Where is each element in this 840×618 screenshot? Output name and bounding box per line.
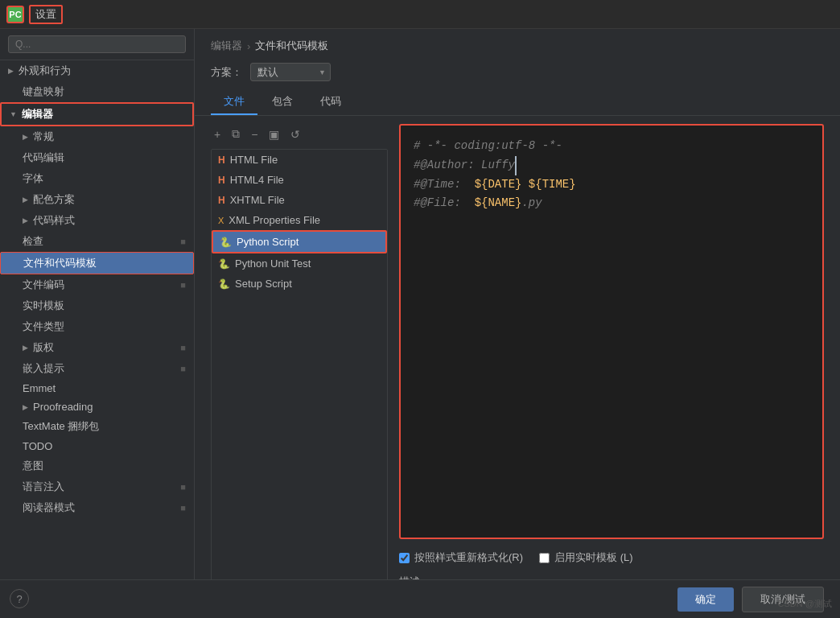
expand-icon: ▶ (23, 403, 28, 411)
file-toolbar: + ⧉ − ▣ ↺ (211, 124, 388, 144)
file-list: H HTML File H HTML4 File H XHTML File (211, 149, 388, 610)
sidebar-item-label: 配色方案 (33, 192, 75, 207)
code-preview[interactable]: # -*- coding:utf-8 -*- #@Author: Luffy| … (399, 124, 824, 539)
file-item-label: Python Unit Test (235, 258, 311, 270)
expand-icon: ▼ (10, 110, 17, 118)
expand-icon: ▶ (8, 67, 14, 75)
sidebar-item-label: 代码编辑 (23, 150, 64, 165)
sidebar-item-intentions[interactable]: 意图 (0, 455, 194, 476)
sidebar-item-appearance[interactable]: ▶ 外观和行为 (0, 60, 194, 81)
app-logo: PC (6, 6, 24, 23)
sidebar-indicator: ■ (180, 364, 186, 373)
reformat-option[interactable]: 按照样式重新格式化(R) (399, 550, 523, 565)
expand-icon: ▶ (23, 344, 28, 352)
sidebar-item-code-style[interactable]: ▶ 代码样式 (0, 210, 194, 231)
sidebar-item-todo[interactable]: TODO (0, 437, 194, 455)
breadcrumb-current: 文件和代码模板 (255, 39, 328, 53)
sidebar-item-file-templates[interactable]: 文件和代码模板 (0, 252, 194, 274)
add-template-button[interactable]: + (211, 126, 224, 142)
bottom-bar: 确定 取消/测试 (0, 579, 840, 618)
file-item-xhtml[interactable]: H XHTML File (212, 190, 387, 210)
reformat-checkbox[interactable] (399, 553, 410, 563)
live-templates-checkbox[interactable] (539, 553, 550, 563)
file-item-label: HTML File (230, 154, 278, 166)
title-bar-title: 设置 (29, 5, 63, 24)
sidebar-item-editor[interactable]: ▼ 编辑器 (0, 102, 194, 126)
code-token: ${NAME} (475, 196, 522, 209)
live-templates-option[interactable]: 启用实时模板 (L) (539, 550, 633, 565)
sidebar-item-inlay-hints[interactable]: 嵌入提示 ■ (0, 358, 194, 379)
sidebar-search-input[interactable] (8, 35, 186, 53)
reset-template-button[interactable]: ↺ (287, 126, 303, 142)
sidebar-item-label: 常规 (33, 130, 54, 144)
xhtml-file-icon: H (218, 195, 225, 206)
sidebar-item-keymap[interactable]: 键盘映射 (0, 81, 194, 102)
sidebar-item-label: 版权 (33, 340, 54, 355)
expand-icon: ▶ (23, 133, 28, 141)
tab-code[interactable]: 代码 (307, 89, 354, 115)
file-item-label: Python Script (237, 236, 299, 248)
sidebar-item-label: 嵌入提示 (23, 361, 64, 376)
code-line-3: #@Time: ${DATE} ${TIME} (414, 175, 809, 195)
code-token: # -*- coding:utf-8 -*- (414, 139, 562, 152)
expand-icon: ▶ (23, 196, 28, 204)
code-line-2: #@Author: Luffy| (414, 156, 809, 175)
sidebar-indicator: ■ (180, 237, 186, 246)
sidebar-item-label: Emmet (23, 382, 56, 394)
sidebar-indicator: ■ (180, 482, 186, 492)
sidebar-item-lang-inject[interactable]: 语言注入 ■ (0, 476, 194, 497)
sidebar-item-reader-mode[interactable]: 阅读器模式 ■ (0, 497, 194, 518)
sidebar-item-label: Proofreading (33, 401, 93, 413)
sidebar-item-general[interactable]: ▶ 常规 (0, 126, 194, 147)
content-area: 编辑器 › 文件和代码模板 方案： 默认 项目 文件 包含 代码 (195, 29, 840, 618)
html4-file-icon: H (218, 175, 225, 186)
sidebar-item-inspections[interactable]: 检查 ■ (0, 231, 194, 252)
sidebar-item-copyright[interactable]: ▶ 版权 ■ (0, 337, 194, 358)
tab-includes[interactable]: 包含 (259, 89, 306, 115)
rename-template-button[interactable]: ▣ (266, 126, 282, 142)
sidebar-item-textmate[interactable]: TextMate 捆绑包 (0, 416, 194, 437)
tab-files[interactable]: 文件 (211, 89, 257, 115)
file-item-html[interactable]: H HTML File (212, 150, 387, 170)
sidebar-item-label: TODO (23, 440, 52, 452)
file-item-label: Setup Script (235, 278, 292, 290)
breadcrumb: 编辑器 › 文件和代码模板 (195, 29, 840, 60)
remove-template-button[interactable]: − (248, 126, 261, 142)
file-item-html4[interactable]: H HTML4 File (212, 170, 387, 190)
file-item-python-unit[interactable]: 🐍 Python Unit Test (212, 253, 387, 274)
sidebar-item-label: 代码样式 (33, 213, 75, 228)
sidebar-indicator: ■ (180, 343, 186, 352)
code-token: #@Time: (414, 178, 475, 191)
sidebar-indicator: ■ (180, 280, 186, 290)
tabs-row: 文件 包含 代码 (195, 89, 840, 116)
py-file-icon: 🐍 (220, 237, 232, 248)
sidebar-item-file-types[interactable]: 文件类型 (0, 316, 194, 337)
setup-file-icon: 🐍 (218, 278, 230, 290)
sidebar-item-label: TextMate 捆绑包 (23, 419, 99, 434)
code-line-1: # -*- coding:utf-8 -*- (414, 137, 809, 156)
sidebar-item-label: 编辑器 (22, 107, 53, 122)
scheme-select-wrap: 默认 项目 (250, 63, 331, 81)
sidebar-item-color-scheme[interactable]: ▶ 配色方案 (0, 189, 194, 210)
sidebar-item-emmet[interactable]: Emmet (0, 379, 194, 398)
sidebar-item-label: 键盘映射 (23, 84, 64, 99)
scheme-select[interactable]: 默认 项目 (250, 63, 331, 81)
confirm-button[interactable]: 确定 (677, 587, 734, 612)
copy-template-button[interactable]: ⧉ (229, 126, 243, 142)
breadcrumb-parent: 编辑器 (211, 39, 242, 53)
code-panel: # -*- coding:utf-8 -*- #@Author: Luffy| … (399, 124, 824, 610)
sidebar-item-proofreading[interactable]: ▶ Proofreading (0, 398, 194, 416)
file-item-label: XHTML File (230, 194, 285, 206)
sidebar-item-label: 文件类型 (23, 319, 64, 334)
sidebar-item-label: 字体 (23, 171, 43, 186)
file-item-xml-props[interactable]: X XML Properties File (212, 210, 387, 230)
help-button[interactable]: ? (10, 589, 29, 608)
file-item-python-script[interactable]: 🐍 Python Script (212, 230, 387, 253)
sidebar-item-live-templates[interactable]: 实时模板 (0, 295, 194, 316)
file-item-setup-script[interactable]: 🐍 Setup Script (212, 274, 387, 294)
reformat-label: 按照样式重新格式化(R) (414, 550, 523, 565)
sidebar-item-label: 检查 (23, 234, 43, 249)
sidebar-item-code-edit[interactable]: 代码编辑 (0, 147, 194, 168)
sidebar-item-font[interactable]: 字体 (0, 168, 194, 189)
sidebar-item-file-encoding[interactable]: 文件编码 ■ (0, 274, 194, 295)
